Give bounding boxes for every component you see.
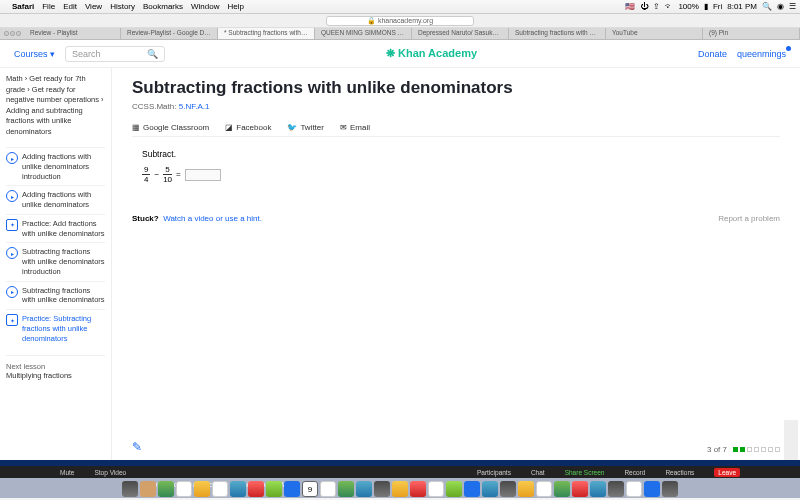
siri-icon[interactable]: ◉ (777, 2, 784, 11)
menu-file[interactable]: File (42, 2, 55, 11)
zoom-chat[interactable]: Chat (531, 469, 545, 476)
menu-window[interactable]: Window (191, 2, 219, 11)
macos-dock (0, 478, 800, 500)
site-header: Courses ▾ Search🔍 ❋ Khan Academy Donate … (0, 40, 800, 68)
macos-menubar: Safari File Edit View History Bookmarks … (0, 0, 800, 14)
tab-queen[interactable]: QUEEN MING SIMMONS - 23-7... (315, 28, 412, 39)
sidebar-item-sub-intro[interactable]: ▸Subtracting fractions with unlike denom… (6, 242, 105, 280)
zoom-participants[interactable]: Participants (477, 469, 511, 476)
menu-help[interactable]: Help (227, 2, 243, 11)
tab-khan2[interactable]: Subtracting fractions with unlik... (509, 28, 606, 39)
flag-icon: 🇺🇸 (625, 2, 635, 11)
tab-gdocs[interactable]: Review-Playlist - Google Docs (121, 28, 218, 39)
dock-app-icon[interactable] (194, 481, 210, 497)
share-facebook[interactable]: ◪ Facebook (225, 123, 271, 132)
app-name[interactable]: Safari (12, 2, 34, 11)
dock-finder-icon[interactable] (122, 481, 138, 497)
tab-khan[interactable]: * Subtracting fractions with unlik... (218, 28, 315, 39)
menu-view[interactable]: View (85, 2, 102, 11)
share-classroom[interactable]: ▦ Google Classroom (132, 123, 209, 132)
next-lesson[interactable]: Next lesson Multiplying fractions (6, 355, 105, 380)
ccss-link[interactable]: 5.NF.A.1 (179, 102, 210, 111)
breadcrumb[interactable]: Math › Get ready for 7th grade › Get rea… (6, 74, 105, 137)
share-email[interactable]: ✉ Email (340, 123, 370, 132)
dock-messages-icon[interactable] (266, 481, 282, 497)
dock-app-icon[interactable] (320, 481, 336, 497)
dock-app-icon[interactable] (338, 481, 354, 497)
dock-app-icon[interactable] (626, 481, 642, 497)
toggle-icon[interactable]: ⏻ (640, 2, 648, 11)
sidebar-item-sub[interactable]: ▸Subtracting fractions with unlike denom… (6, 281, 105, 310)
dock-app-icon[interactable] (284, 481, 300, 497)
battery-icon: ▮ (704, 2, 708, 11)
courses-dropdown[interactable]: Courses ▾ (14, 49, 55, 59)
dock-app-icon[interactable] (428, 481, 444, 497)
search-icon: 🔍 (147, 49, 158, 59)
wifi-icon[interactable]: ᯤ (665, 2, 673, 11)
user-menu[interactable]: queenmings (737, 49, 786, 59)
dock-app-icon[interactable] (554, 481, 570, 497)
dock-app-icon[interactable] (392, 481, 408, 497)
menu-history[interactable]: History (110, 2, 135, 11)
dock-safari-icon[interactable] (230, 481, 246, 497)
dock-app-icon[interactable] (608, 481, 624, 497)
browser-tabs: Review - Playlist Review-Playlist - Goog… (0, 28, 800, 40)
report-link[interactable]: Report a problem (718, 214, 780, 223)
tab-pinterest[interactable]: (9) Pin (703, 28, 800, 39)
address-bar[interactable]: 🔒 khanacademy.org (326, 16, 474, 26)
dock-app-icon[interactable] (446, 481, 462, 497)
play-icon: ▸ (6, 247, 18, 259)
sidebar-item-practice-add[interactable]: ✦Practice: Add fractions with unlike den… (6, 214, 105, 243)
dock-app-icon[interactable] (176, 481, 192, 497)
dock-app-icon[interactable] (158, 481, 174, 497)
dock-app-icon[interactable] (536, 481, 552, 497)
dock-trash-icon[interactable] (662, 481, 678, 497)
share-twitter[interactable]: 🐦 Twitter (287, 123, 324, 132)
answer-input[interactable] (185, 169, 221, 181)
tab-youtube[interactable]: YouTube (606, 28, 703, 39)
play-icon: ▸ (6, 190, 18, 202)
tab-naruto[interactable]: Depressed Naruto/ Sasuke x Nar... (412, 28, 509, 39)
khan-logo[interactable]: ❋ Khan Academy (175, 47, 688, 60)
sidebar-item-practice-sub[interactable]: ✦Practice: Subtracting fractions with un… (6, 309, 105, 347)
next-button[interactable] (784, 420, 798, 460)
dock-app-icon[interactable] (464, 481, 480, 497)
sidebar-item-add-intro[interactable]: ▸Adding fractions with unlike denominato… (6, 147, 105, 185)
dock-app-icon[interactable] (374, 481, 390, 497)
dock-app-icon[interactable] (356, 481, 372, 497)
dock-calendar-icon[interactable] (302, 481, 318, 497)
sidebar-item-add[interactable]: ▸Adding fractions with unlike denominato… (6, 185, 105, 214)
donate-link[interactable]: Donate (698, 49, 727, 59)
lock-icon: 🔒 (367, 17, 376, 24)
dock-app-icon[interactable] (518, 481, 534, 497)
zoom-record[interactable]: Record (624, 469, 645, 476)
search-icon[interactable]: 🔍 (762, 2, 772, 11)
practice-icon: ✦ (6, 219, 18, 231)
zoom-reactions[interactable]: Reactions (665, 469, 694, 476)
search-input[interactable]: Search🔍 (65, 46, 165, 62)
dock-app-icon[interactable] (248, 481, 264, 497)
menu-bookmarks[interactable]: Bookmarks (143, 2, 183, 11)
tab-review[interactable]: Review - Playlist (24, 28, 121, 39)
clock-day: Fri (713, 2, 722, 11)
hint-link[interactable]: Watch a video or use a hint. (163, 214, 262, 223)
traffic-lights[interactable] (0, 28, 24, 39)
wifi-icon[interactable]: ⇪ (653, 2, 660, 11)
zoom-mute[interactable]: Mute (60, 469, 74, 476)
fraction-2: 510 (163, 165, 172, 184)
zoom-leave[interactable]: Leave (714, 468, 740, 477)
dock-app-icon[interactable] (140, 481, 156, 497)
zoom-share[interactable]: Share Screen (565, 469, 605, 476)
dock-app-icon[interactable] (410, 481, 426, 497)
zoom-video[interactable]: Stop Video (94, 469, 126, 476)
dock-app-icon[interactable] (212, 481, 228, 497)
dock-app-icon[interactable] (500, 481, 516, 497)
dock-app-icon[interactable] (572, 481, 588, 497)
battery-pct: 100% (678, 2, 698, 11)
notif-icon[interactable]: ☰ (789, 2, 796, 11)
menu-edit[interactable]: Edit (63, 2, 77, 11)
dock-appstore-icon[interactable] (482, 481, 498, 497)
edit-icon[interactable]: ✎ (132, 440, 142, 454)
dock-app-icon[interactable] (644, 481, 660, 497)
dock-app-icon[interactable] (590, 481, 606, 497)
